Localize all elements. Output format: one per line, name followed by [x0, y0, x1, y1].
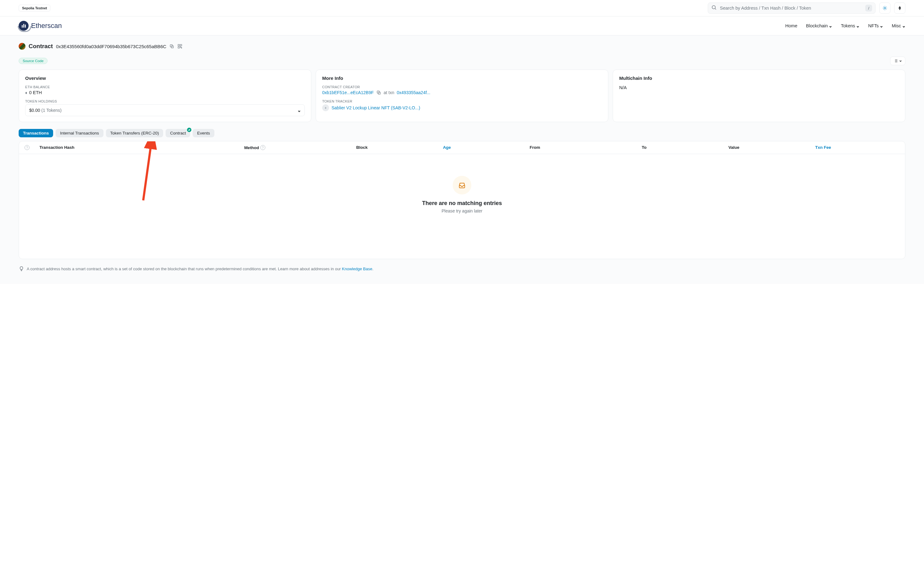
- chevron-down-icon: [829, 24, 832, 27]
- page-body: Contract 0x3E435560fd0a03ddF70694b35b673…: [0, 35, 924, 284]
- logo[interactable]: Etherscan: [19, 21, 62, 31]
- theme-toggle[interactable]: [879, 3, 891, 13]
- overview-heading: Overview: [25, 75, 305, 81]
- table-header: ? Transaction Hash Method? Block Age Fro…: [19, 141, 905, 154]
- col-txnfee[interactable]: Txn Fee: [815, 145, 900, 150]
- top-bar: Sepolia Testnet /: [0, 0, 924, 16]
- tip-text: A contract address hosts a smart contrac…: [27, 267, 342, 271]
- info-cards: Overview ETH BALANCE ♦ 0 ETH TOKEN HOLDI…: [19, 70, 905, 122]
- verified-check-icon: [187, 128, 191, 132]
- logo-mark-icon: [19, 21, 28, 31]
- copy-icon[interactable]: [170, 44, 174, 49]
- nav-home[interactable]: Home: [785, 23, 798, 28]
- network-badge[interactable]: Sepolia Testnet: [19, 4, 50, 12]
- transactions-panel: ? Transaction Hash Method? Block Age Fro…: [19, 141, 905, 259]
- tab-events[interactable]: Events: [193, 129, 214, 137]
- col-txhash: Transaction Hash: [39, 145, 242, 150]
- token-holdings-dropdown[interactable]: $0.00 (1 Tokens): [25, 104, 305, 116]
- source-code-badge[interactable]: Source Code: [19, 58, 48, 64]
- search-icon: [711, 4, 717, 12]
- svg-rect-5: [180, 45, 182, 46]
- empty-state: There are no matching entries Please try…: [19, 154, 905, 232]
- col-block: Block: [356, 145, 440, 150]
- tip-text-end: .: [372, 267, 374, 271]
- eth-icon-button[interactable]: [894, 3, 905, 13]
- tab-transactions[interactable]: Transactions: [19, 129, 53, 137]
- balance-value: ♦ 0 ETH: [25, 90, 305, 95]
- tab-contract[interactable]: Contract: [166, 129, 190, 137]
- nav-links: Home Blockchain Tokens NFTs Misc: [785, 23, 905, 28]
- svg-point-0: [712, 6, 716, 9]
- blockie-icon: [19, 43, 26, 50]
- at-txn-label: at txn: [384, 90, 394, 95]
- multichain-heading: Multichain Info: [619, 75, 899, 81]
- chevron-down-icon: [298, 109, 301, 112]
- search-box[interactable]: /: [708, 3, 876, 13]
- tracker-label: TOKEN TRACKER: [322, 99, 602, 103]
- eth-glyph-icon: ♦: [25, 90, 27, 95]
- svg-rect-4: [178, 45, 180, 46]
- search-input[interactable]: [720, 6, 862, 10]
- nav-blockchain[interactable]: Blockchain: [806, 23, 832, 28]
- multichain-card: Multichain Info N/A: [613, 70, 905, 122]
- holdings-label: TOKEN HOLDINGS: [25, 99, 305, 103]
- badge-row: Source Code: [19, 57, 905, 65]
- copy-icon[interactable]: [376, 90, 381, 95]
- qr-icon[interactable]: [177, 44, 182, 49]
- col-to: To: [642, 145, 726, 150]
- col-value: Value: [729, 145, 813, 150]
- col-from: From: [530, 145, 639, 150]
- help-icon[interactable]: ?: [260, 145, 266, 150]
- logo-text: Etherscan: [31, 22, 62, 30]
- tab-token-transfers[interactable]: Token Transfers (ERC-20): [106, 129, 164, 137]
- tab-bar: Transactions Internal Transactions Token…: [19, 129, 905, 137]
- empty-title: There are no matching entries: [422, 200, 502, 207]
- svg-rect-8: [181, 48, 182, 48]
- svg-rect-6: [178, 46, 180, 48]
- contract-address: 0x3E435560fd0a03ddF70694b35b673C25c65aBB…: [56, 44, 166, 49]
- creator-label: CONTRACT CREATOR: [322, 85, 602, 89]
- empty-subtitle: Please try again later: [441, 208, 483, 213]
- help-icon[interactable]: ?: [24, 145, 30, 150]
- nav-nfts[interactable]: NFTs: [868, 23, 883, 28]
- chevron-down-icon: [880, 24, 883, 27]
- col-age[interactable]: Age: [443, 145, 527, 150]
- nav-bar: Etherscan Home Blockchain Tokens NFTs Mi…: [0, 16, 924, 35]
- page-title: Contract: [28, 43, 53, 50]
- moreinfo-card: More Info CONTRACT CREATOR 0xb1bEF51e...…: [316, 70, 608, 122]
- knowledge-base-link[interactable]: Knowledge Base: [342, 267, 372, 271]
- tab-internal-transactions[interactable]: Internal Transactions: [56, 129, 103, 137]
- chevron-down-icon: [902, 24, 905, 27]
- footer-tip: A contract address hosts a smart contrac…: [19, 266, 905, 271]
- nav-misc[interactable]: Misc: [892, 23, 905, 28]
- kbd-hint: /: [865, 4, 872, 12]
- overview-card: Overview ETH BALANCE ♦ 0 ETH TOKEN HOLDI…: [19, 70, 311, 122]
- creator-address-link[interactable]: 0xb1bEF51e...eEcA12B9F: [322, 90, 374, 95]
- bulb-icon: [19, 266, 24, 271]
- chevron-down-icon: [856, 24, 860, 27]
- nav-tokens[interactable]: Tokens: [841, 23, 860, 28]
- multichain-value: N/A: [619, 85, 899, 90]
- inbox-icon: [453, 176, 471, 195]
- token-icon: ♦: [322, 104, 329, 111]
- actions-menu-button[interactable]: [890, 57, 905, 65]
- svg-rect-7: [180, 46, 181, 47]
- moreinfo-heading: More Info: [322, 75, 602, 81]
- title-row: Contract 0x3E435560fd0a03ddF70694b35b673…: [19, 43, 905, 50]
- creator-txn-link[interactable]: 0x493355aa24f...: [397, 90, 430, 95]
- balance-label: ETH BALANCE: [25, 85, 305, 89]
- token-tracker-link[interactable]: Sablier V2 Lockup Linear NFT (SAB-V2-LO.…: [332, 105, 420, 110]
- svg-point-1: [884, 7, 885, 9]
- col-method: Method?: [244, 145, 354, 150]
